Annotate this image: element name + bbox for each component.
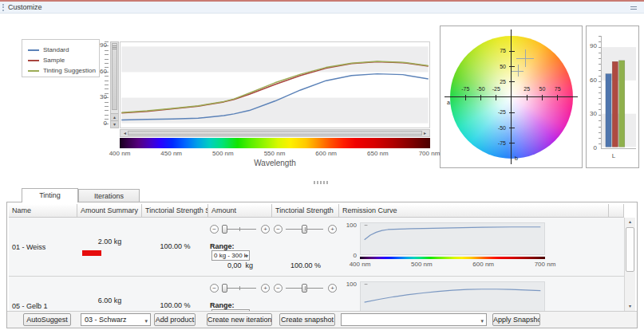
b-axis-tick <box>509 128 515 128</box>
b-axis-tick-label: -25 <box>487 109 506 115</box>
spectral-x-tick-label: 400 nm <box>104 150 136 157</box>
table-row[interactable]: 01 - Weiss 2.00 kg 100.00 % − <box>9 218 624 277</box>
spectral-x-tick-label: 600 nm <box>310 150 342 157</box>
y-axis-ruler <box>105 41 109 128</box>
a-axis-tick <box>480 95 481 100</box>
slider-track[interactable] <box>286 229 323 230</box>
product-name: 05 - Gelb 1 <box>9 277 77 311</box>
b-axis-tick <box>509 143 515 143</box>
minus-circle-icon[interactable]: − <box>210 225 219 234</box>
slider-thumb[interactable] <box>222 225 227 234</box>
create-snapshot-button[interactable]: Create snapshot <box>279 313 335 326</box>
table-row[interactable]: 05 - Gelb 1 6.00 kg 100.00 % − <box>9 277 624 311</box>
a-axis-tick-label: 75 <box>548 86 567 92</box>
color-position-crosshair-icon <box>512 65 523 77</box>
remission-x-tick-label: 500 nm <box>407 261 436 268</box>
slider-track[interactable] <box>222 288 256 289</box>
apply-snapshot-button[interactable]: Apply Snapshot <box>492 313 540 326</box>
l-y-tick-label: 60 <box>587 77 597 84</box>
column-header-name[interactable]: Name <box>9 204 77 217</box>
b-axis-tick-label: 25 <box>487 79 506 84</box>
a-axis-tick <box>465 95 466 100</box>
tab-tinting[interactable]: Tinting <box>22 188 78 202</box>
product-select[interactable]: 03 - Schwarz▾ <box>81 313 151 326</box>
vertical-scrollbar-thumb[interactable] <box>112 43 117 110</box>
column-header-amount[interactable]: Amount <box>208 204 272 217</box>
strength-slider: − + <box>272 283 339 293</box>
column-header-remission-curve[interactable]: Remission Curve <box>339 204 609 217</box>
remission-y-tick-label: 100 <box>339 281 357 288</box>
amount-slider: − + <box>208 224 272 234</box>
chevron-down-icon: ▾ <box>246 251 248 261</box>
scroll-right-icon[interactable]: ▸ <box>421 130 429 136</box>
column-header-tinctorial-strength-summary[interactable]: Tinctorial Strength Su... <box>142 204 208 217</box>
autosuggest-button[interactable]: AutoSuggest <box>23 313 71 326</box>
horizontal-scrollbar-thumb[interactable] <box>128 131 422 136</box>
toolbar-grip-icon[interactable] <box>2 4 5 11</box>
action-bar: AutoSuggest 03 - Schwarz▾ Add product Cr… <box>7 311 637 328</box>
plus-circle-icon[interactable]: + <box>261 284 270 293</box>
chart-vertical-scrollbar[interactable]: ▴ ▾ <box>110 41 119 128</box>
spectral-x-tick-label: 650 nm <box>362 150 393 157</box>
tinting-table-panel: Name Amount Summary Tinctorial Strength … <box>6 202 638 328</box>
b-axis-tick-label: -75 <box>487 140 506 146</box>
plus-circle-icon[interactable]: + <box>328 225 337 234</box>
slider-thumb[interactable] <box>302 225 307 234</box>
remission-curve-chart: 1000400 nm500 nm600 nm700 nm <box>339 280 579 311</box>
range-label: Range: <box>210 301 235 309</box>
a-axis-tick-label: -25 <box>487 86 506 92</box>
spectral-y-tick-label: 90 <box>86 41 107 49</box>
column-header-tinctorial-strength[interactable]: Tinctorial Strength <box>272 204 339 217</box>
remission-curve-plot <box>360 281 545 311</box>
spectral-x-tick-label: 450 nm <box>156 150 188 157</box>
a-axis-tick <box>557 95 558 100</box>
minus-circle-icon[interactable]: − <box>274 284 282 293</box>
strength-value: 100.00 % <box>272 261 339 269</box>
toolbar-title: Customize <box>8 3 42 11</box>
plus-circle-icon[interactable]: + <box>328 284 337 293</box>
slider-thumb[interactable] <box>222 284 227 293</box>
table-scrollbar-thumb[interactable] <box>626 227 634 272</box>
spectral-x-tick-label: 700 nm <box>413 150 445 157</box>
remission-x-tick-label: 600 nm <box>469 261 498 268</box>
scroll-down-icon[interactable]: ▾ <box>111 120 118 128</box>
b-axis-tick-label: 50 <box>487 64 506 69</box>
application-window: Customize Standard Sample Tinting Sugges… <box>0 0 644 334</box>
b-axis-label: b <box>515 155 518 161</box>
strength-summary-value: 100.00 % <box>142 242 208 250</box>
b-axis-tick <box>509 112 515 113</box>
chevron-down-icon: ▾ <box>144 316 148 326</box>
column-header-amount-summary[interactable]: Amount Summary <box>77 204 142 217</box>
scroll-up-icon[interactable]: ▴ <box>111 113 118 120</box>
chart-horizontal-scrollbar[interactable]: ◂ ▸ <box>120 129 430 137</box>
snapshot-select[interactable]: ▾ <box>341 313 487 326</box>
add-product-button[interactable]: Add product <box>154 313 196 326</box>
minus-circle-icon[interactable]: − <box>274 225 282 234</box>
chevron-down-icon: ▾ <box>480 316 484 326</box>
range-select[interactable]: 0 kg - 300 k▾ <box>211 250 250 261</box>
plus-circle-icon[interactable]: + <box>261 225 270 234</box>
strength-slider: − + <box>272 224 339 234</box>
b-axis-tick <box>509 51 515 52</box>
tinting-suggestion-line-swatch <box>28 70 39 72</box>
minus-circle-icon[interactable]: − <box>210 284 219 293</box>
a-axis-tick <box>542 95 543 100</box>
lab-color-wheel[interactable] <box>450 36 573 159</box>
legend-label: Standard <box>43 46 69 53</box>
slider-track[interactable] <box>286 288 323 289</box>
standard-line-swatch <box>28 49 39 51</box>
create-new-iteration-button[interactable]: Create new iteration <box>207 313 272 326</box>
scroll-up-icon[interactable]: ▴ <box>625 218 635 226</box>
amount-slider: − + <box>208 283 272 293</box>
toolbar-menu-icon[interactable] <box>630 6 637 10</box>
b-axis-tick-label: 75 <box>487 48 506 53</box>
splitter-handle[interactable] <box>314 181 328 184</box>
table-vertical-scrollbar[interactable]: ▴ ▾ <box>624 218 635 311</box>
remission-x-tick-label: 700 nm <box>531 261 559 268</box>
slider-thumb[interactable] <box>302 284 307 293</box>
sample-line-swatch <box>28 60 39 61</box>
tab-iterations[interactable]: Iterations <box>78 189 140 202</box>
slider-track[interactable] <box>222 229 256 230</box>
scroll-down-icon[interactable]: ▾ <box>625 302 635 311</box>
x-axis-title: Wavelength <box>120 159 430 167</box>
